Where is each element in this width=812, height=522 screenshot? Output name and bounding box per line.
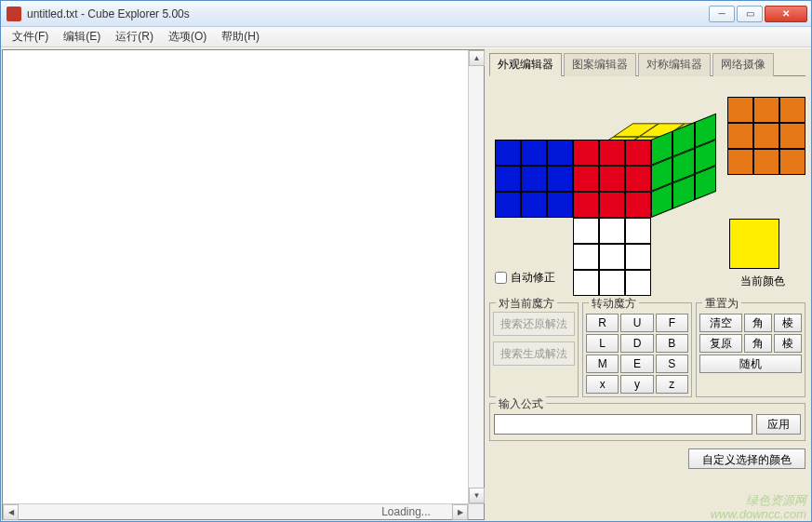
- cube-3d[interactable]: [573, 82, 731, 231]
- rotate-F-button[interactable]: F: [656, 314, 688, 332]
- random-button[interactable]: 随机: [699, 355, 802, 373]
- scroll-right-icon[interactable]: ▶: [452, 504, 468, 520]
- restore-corner-button[interactable]: 角: [744, 334, 772, 353]
- group-reset: 重置为 清空 角 棱 复原 角 棱 随机: [696, 302, 805, 397]
- apply-button[interactable]: 应用: [756, 414, 801, 435]
- face-front[interactable]: [573, 140, 651, 218]
- menu-run[interactable]: 运行(R): [108, 27, 161, 47]
- scroll-up-icon[interactable]: ▲: [469, 50, 485, 66]
- vertical-scrollbar[interactable]: ▲ ▼: [468, 50, 484, 503]
- group-title: 重置为: [702, 296, 741, 312]
- rotate-U-button[interactable]: U: [620, 314, 653, 332]
- tab-pattern[interactable]: 图案编辑器: [564, 53, 636, 76]
- restore-button[interactable]: 复原: [699, 334, 742, 353]
- tab-webcam[interactable]: 网络摄像: [712, 53, 774, 76]
- group-title: 转动魔方: [589, 296, 639, 312]
- clear-edge-button[interactable]: 棱: [774, 314, 802, 332]
- search-generate-button[interactable]: 搜索生成解法: [493, 341, 575, 366]
- tab-symmetry[interactable]: 对称编辑器: [638, 53, 711, 76]
- side-panel: 外观编辑器 图案编辑器 对称编辑器 网络摄像: [486, 48, 811, 521]
- rotate-M-button[interactable]: M: [586, 355, 619, 373]
- rotate-y-button[interactable]: y: [620, 375, 653, 394]
- rotate-S-button[interactable]: S: [656, 355, 688, 373]
- current-color-label: 当前颜色: [740, 274, 785, 289]
- menubar: 文件(F) 编辑(E) 运行(R) 选项(O) 帮助(H): [1, 27, 811, 47]
- rotate-L-button[interactable]: L: [586, 334, 619, 353]
- custom-color-button[interactable]: 自定义选择的颜色: [688, 448, 805, 469]
- menu-help[interactable]: 帮助(H): [214, 27, 267, 47]
- scroll-down-icon[interactable]: ▼: [469, 488, 485, 503]
- rotate-x-button[interactable]: x: [586, 375, 619, 394]
- clear-corner-button[interactable]: 角: [744, 314, 772, 332]
- current-color-swatch[interactable]: [729, 219, 779, 269]
- rotate-D-button[interactable]: D: [620, 334, 653, 353]
- rotate-z-button[interactable]: z: [656, 375, 688, 394]
- rotate-E-button[interactable]: E: [620, 355, 653, 373]
- clear-button[interactable]: 清空: [699, 314, 742, 332]
- group-rotate: 转动魔方 R U F L D B M E S x y z: [582, 302, 692, 397]
- rotate-R-button[interactable]: R: [586, 314, 619, 332]
- maximize-button[interactable]: ▭: [737, 6, 763, 22]
- autofix-input[interactable]: [495, 272, 507, 284]
- titlebar: untitled.txt - Cube Explorer 5.00s ─ ▭ ✕: [1, 1, 811, 27]
- menu-edit[interactable]: 编辑(E): [56, 27, 108, 47]
- minimize-button[interactable]: ─: [709, 6, 735, 22]
- close-button[interactable]: ✕: [765, 6, 807, 22]
- formula-input[interactable]: [494, 414, 752, 435]
- cube-editor: 当前颜色 自动修正: [489, 80, 805, 299]
- search-restore-button[interactable]: 搜索还原解法: [493, 312, 575, 336]
- restore-edge-button[interactable]: 棱: [774, 334, 802, 353]
- group-formula: 输入公式 应用: [489, 403, 805, 441]
- autofix-checkbox[interactable]: 自动修正: [495, 270, 555, 286]
- loading-label: Loading...: [381, 505, 431, 518]
- window-title: untitled.txt - Cube Explorer 5.00s: [27, 7, 707, 20]
- scroll-left-icon[interactable]: ◀: [3, 504, 19, 520]
- menu-file[interactable]: 文件(F): [5, 27, 56, 47]
- scroll-corner: [468, 503, 484, 519]
- menu-options[interactable]: 选项(O): [161, 27, 214, 47]
- face-left[interactable]: [495, 140, 573, 218]
- text-editor[interactable]: ▲ ▼ ◀ ▶: [2, 49, 485, 520]
- editor-tabs: 外观编辑器 图案编辑器 对称编辑器 网络摄像: [489, 52, 805, 76]
- group-title: 输入公式: [496, 396, 546, 412]
- rotate-B-button[interactable]: B: [656, 334, 688, 353]
- tab-appearance[interactable]: 外观编辑器: [489, 53, 562, 76]
- face-back[interactable]: [727, 97, 805, 175]
- app-icon: [7, 7, 21, 21]
- group-title: 对当前魔方: [496, 296, 557, 312]
- group-current-cube: 对当前魔方 搜索还原解法 搜索生成解法: [489, 302, 579, 397]
